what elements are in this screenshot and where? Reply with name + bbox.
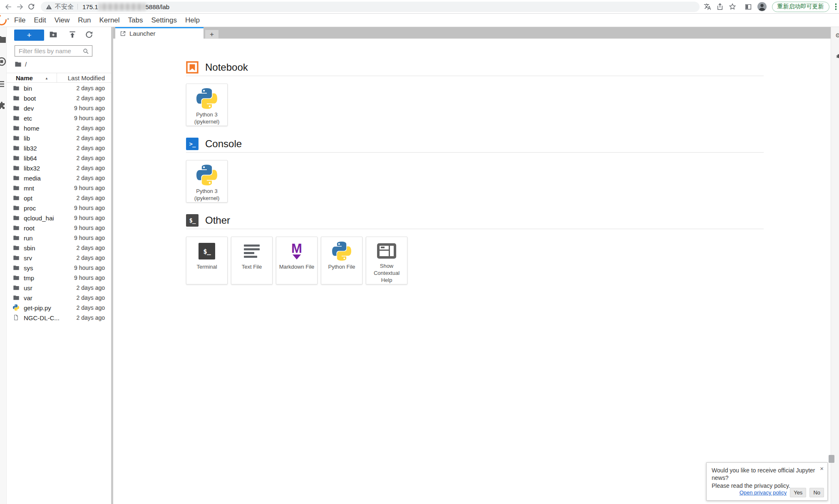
sidebar-tab-running-sessions-icon[interactable]: [0, 57, 7, 67]
terminal-tile-icon: $_: [199, 241, 215, 261]
chrome-update-button[interactable]: 重新启动即可更新: [772, 2, 829, 12]
file-name: boot: [24, 95, 36, 102]
breadcrumb-root[interactable]: /: [25, 61, 27, 68]
file-row-var[interactable]: var2 days ago: [7, 293, 111, 303]
file-row-media[interactable]: media2 days ago: [7, 173, 111, 183]
menu-view[interactable]: View: [50, 16, 74, 25]
debugger-bug-icon[interactable]: [835, 53, 839, 59]
no-button[interactable]: No: [809, 488, 824, 497]
close-icon[interactable]: ×: [820, 465, 824, 472]
file-modified: 2 days ago: [77, 155, 105, 161]
file-row-srv[interactable]: srv2 days ago: [7, 253, 111, 263]
launcher-card-python-3-ipykernel[interactable]: Python 3 (ipykernel): [186, 84, 228, 126]
profile-avatar[interactable]: [757, 2, 767, 12]
file-modified: 2 days ago: [77, 165, 105, 171]
file-row-proc[interactable]: proc9 hours ago: [7, 203, 111, 213]
file-modified: 2 days ago: [77, 284, 105, 291]
menu-help[interactable]: Help: [181, 16, 204, 25]
file-row-run[interactable]: run9 hours ago: [7, 233, 111, 243]
launcher-card-show-contextual-help[interactable]: Show Contextual Help: [366, 237, 407, 284]
open-privacy-policy-link[interactable]: Open privacy policy: [740, 489, 787, 496]
bookmark-star-icon[interactable]: [729, 3, 736, 10]
file-row-lib32[interactable]: lib322 days ago: [7, 143, 111, 153]
not-secure-icon: [46, 4, 52, 10]
new-tab-button[interactable]: +: [205, 30, 218, 39]
upload-icon[interactable]: [68, 30, 77, 39]
property-inspector-icon[interactable]: ⚙⚙: [835, 32, 839, 39]
share-icon[interactable]: [716, 3, 724, 10]
launcher-card-python-file[interactable]: Python File: [321, 237, 362, 284]
file-row-sbin[interactable]: sbin2 days ago: [7, 243, 111, 253]
sidebar-tab-table-of-contents-icon[interactable]: [0, 79, 7, 89]
reload-icon[interactable]: [26, 1, 37, 12]
dock-tab-bar: Launcher +: [113, 27, 839, 39]
sidebar-tab-file-browser-icon[interactable]: [0, 35, 7, 44]
launcher-card-text-file[interactable]: Text File: [231, 237, 273, 284]
launcher-card-python-3-ipykernel[interactable]: Python 3 (ipykernel): [186, 160, 228, 203]
folder-icon: [13, 205, 20, 211]
file-row-root[interactable]: root9 hours ago: [7, 223, 111, 233]
file-row-libx32[interactable]: libx322 days ago: [7, 163, 111, 173]
launcher-section-console: >_ConsolePython 3 (ipykernel): [186, 138, 764, 203]
menu-run[interactable]: Run: [74, 16, 95, 25]
menu-file[interactable]: File: [10, 16, 30, 25]
breadcrumb[interactable]: /: [15, 61, 27, 68]
file-name: mnt: [24, 185, 34, 192]
column-name[interactable]: Name: [16, 74, 33, 82]
tab-launcher[interactable]: Launcher: [115, 27, 204, 39]
scrollbar-thumb[interactable]: [829, 455, 834, 463]
new-launcher-button[interactable]: +: [14, 30, 44, 41]
menu-settings[interactable]: Settings: [147, 16, 181, 25]
refresh-icon[interactable]: [85, 30, 93, 39]
file-name: lib64: [24, 155, 37, 162]
file-row-boot[interactable]: boot2 days ago: [7, 93, 111, 103]
launcher-card-markdown-file[interactable]: MMarkdown File: [276, 237, 318, 284]
address-bar[interactable]: 不安全 175.1 5888/lab: [41, 2, 700, 12]
launcher-card-terminal[interactable]: $_Terminal: [186, 237, 228, 284]
file-row-mnt[interactable]: mnt9 hours ago: [7, 183, 111, 193]
file-row-lib[interactable]: lib2 days ago: [7, 133, 111, 143]
menu-edit[interactable]: Edit: [30, 16, 50, 25]
text-file-icon: [244, 241, 260, 261]
file-row-opt[interactable]: opt2 days ago: [7, 193, 111, 203]
sort-ascending-icon[interactable]: ▲: [45, 77, 48, 80]
file-row-bin[interactable]: bin2 days ago: [7, 83, 111, 93]
column-last-modified[interactable]: Last Modified: [68, 74, 105, 82]
home-folder-icon[interactable]: [15, 61, 22, 68]
file-row-dev[interactable]: dev9 hours ago: [7, 103, 111, 113]
menu-tabs[interactable]: Tabs: [124, 16, 147, 25]
file-row-home[interactable]: home2 days ago: [7, 123, 111, 133]
translate-icon[interactable]: [704, 3, 711, 10]
file-browser-panel: + / Name ▲ Last Modified bin2 days agobo…: [7, 27, 111, 504]
filter-files-input[interactable]: [18, 47, 82, 55]
file-row-qcloud-hai[interactable]: qcloud_hai9 hours ago: [7, 213, 111, 223]
side-panel-icon[interactable]: [745, 3, 752, 10]
file-name: srv: [24, 254, 32, 262]
file-row-sys[interactable]: sys9 hours ago: [7, 263, 111, 273]
file-list: bin2 days agoboot2 days agodev9 hours ag…: [7, 83, 111, 323]
folder-icon: [13, 155, 20, 161]
new-folder-icon[interactable]: [49, 30, 57, 39]
folder-icon: [13, 125, 20, 131]
file-modified: 2 days ago: [77, 195, 105, 201]
file-modified: 9 hours ago: [74, 115, 105, 121]
file-row-ngc-dl-c[interactable]: NGC-DL-C...2 days ago: [7, 313, 111, 323]
jupyter-menu-bar: FileEditViewRunKernelTabsSettingsHelp: [0, 14, 839, 27]
file-row-tmp[interactable]: tmp9 hours ago: [7, 273, 111, 283]
back-icon[interactable]: [3, 1, 14, 12]
notification-actions: Open privacy policy Yes No: [740, 488, 824, 497]
folder-icon: [13, 85, 20, 91]
forward-icon[interactable]: [15, 1, 25, 12]
security-label: 不安全: [55, 3, 74, 11]
sidebar-tab-extensions-icon[interactable]: [0, 101, 7, 111]
python-logo-icon: [196, 165, 217, 185]
browser-menu-icon[interactable]: [835, 3, 837, 10]
file-row-get-pip-py[interactable]: get-pip.py2 days ago: [7, 303, 111, 313]
file-row-etc[interactable]: etc9 hours ago: [7, 113, 111, 123]
menu-kernel[interactable]: Kernel: [95, 16, 124, 25]
file-row-lib64[interactable]: lib642 days ago: [7, 153, 111, 163]
yes-button[interactable]: Yes: [790, 488, 806, 497]
folder-icon: [13, 135, 20, 141]
file-row-usr[interactable]: usr2 days ago: [7, 283, 111, 293]
folder-icon: [13, 225, 20, 231]
